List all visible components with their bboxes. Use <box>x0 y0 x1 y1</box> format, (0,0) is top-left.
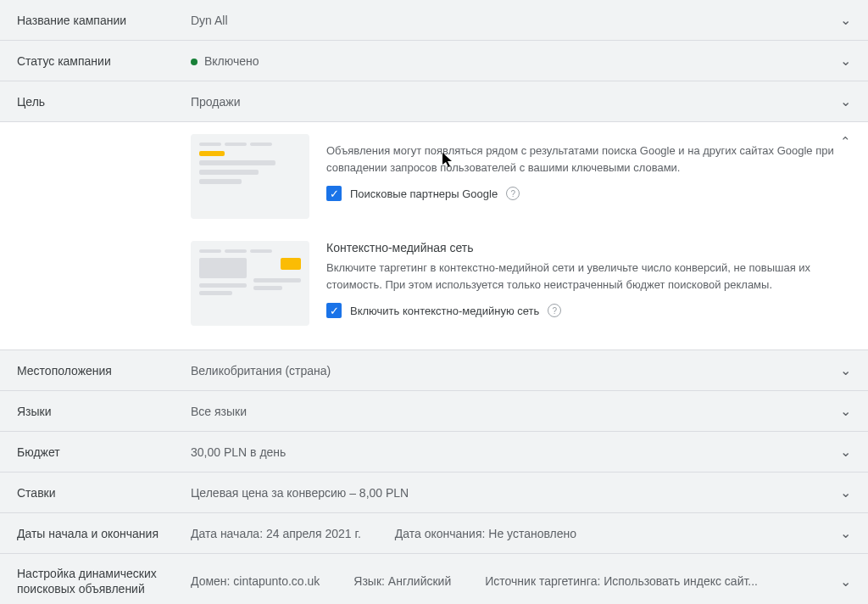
chevron-down-icon: ⌄ <box>840 444 851 460</box>
help-icon[interactable]: ? <box>548 304 561 317</box>
display-network-title: Контекстно-медийная сеть <box>326 241 851 254</box>
value-bidding: Целевая цена за конверсию – 8,00 PLN <box>191 486 840 500</box>
value-campaign-name: Dyn All <box>191 14 840 27</box>
value-locations: Великобритания (страна) <box>191 364 840 378</box>
checkbox-search-partners[interactable]: ✓ <box>326 186 342 201</box>
help-icon[interactable]: ? <box>506 187 520 200</box>
chevron-down-icon: ⌄ <box>840 484 851 501</box>
network-display-block: Контекстно-медийная сеть Включите таргет… <box>17 219 851 326</box>
value-dsa: Домен: cintapunto.co.uk Язык: Английский… <box>191 574 840 588</box>
row-campaign-name[interactable]: Название кампании Dyn All ⌄ <box>0 0 868 41</box>
row-locations[interactable]: Местоположения Великобритания (страна) ⌄ <box>0 350 868 391</box>
row-dsa-settings[interactable]: Настройка динамических поисковых объявле… <box>0 554 868 604</box>
label-campaign-name: Название кампании <box>17 14 191 27</box>
label-bidding: Ставки <box>17 486 191 500</box>
chevron-down-icon: ⌄ <box>840 573 851 590</box>
dsa-language: Язык: Английский <box>353 574 451 588</box>
chevron-down-icon: ⌄ <box>840 362 851 378</box>
row-budget[interactable]: Бюджет 30,00 PLN в день ⌄ <box>0 432 868 473</box>
label-goal: Цель <box>17 95 191 109</box>
value-budget: 30,00 PLN в день <box>191 445 840 459</box>
checkbox-display-network-label: Включить контекстно-медийную сеть <box>350 305 539 317</box>
label-languages: Языки <box>17 405 191 418</box>
label-budget: Бюджет <box>17 445 191 459</box>
checkbox-search-partners-label: Поисковые партнеры Google <box>350 187 498 200</box>
row-goal[interactable]: Цель Продажи ⌄ <box>0 81 868 122</box>
dsa-domain: Домен: cintapunto.co.uk <box>191 574 320 588</box>
row-dates[interactable]: Даты начала и окончания Дата начала: 24 … <box>0 513 868 554</box>
chevron-down-icon: ⌄ <box>840 403 851 419</box>
search-network-thumbnail <box>191 134 309 219</box>
section-networks: ⌃ Объявления могут появляться рядом с ре… <box>0 122 868 350</box>
value-campaign-status: Включено <box>191 54 840 68</box>
chevron-down-icon: ⌄ <box>840 525 851 541</box>
checkbox-display-network[interactable]: ✓ <box>326 303 342 318</box>
dsa-targeting-source: Источник таргетинга: Использовать индекс… <box>485 574 758 588</box>
value-goal: Продажи <box>191 95 840 109</box>
start-date: Дата начала: 24 апреля 2021 г. <box>191 527 361 540</box>
row-campaign-status[interactable]: Статус кампании Включено ⌄ <box>0 41 868 81</box>
label-locations: Местоположения <box>17 364 191 378</box>
chevron-up-icon[interactable]: ⌃ <box>840 134 851 149</box>
status-enabled-dot <box>191 59 198 65</box>
row-bidding[interactable]: Ставки Целевая цена за конверсию – 8,00 … <box>0 473 868 513</box>
chevron-down-icon: ⌄ <box>840 93 851 109</box>
display-network-thumbnail <box>191 241 309 326</box>
display-network-description: Включите таргетинг в контекстно-медийной… <box>326 260 851 293</box>
label-dates: Даты начала и окончания <box>17 527 191 540</box>
value-languages: Все языки <box>191 405 840 418</box>
value-dates: Дата начала: 24 апреля 2021 г. Дата окон… <box>191 527 840 540</box>
label-networks <box>17 134 191 139</box>
row-languages[interactable]: Языки Все языки ⌄ <box>0 391 868 432</box>
label-dsa: Настройка динамических поисковых объявле… <box>17 566 191 596</box>
end-date: Дата окончания: Не установлено <box>395 527 576 540</box>
search-network-title <box>326 134 851 137</box>
chevron-down-icon: ⌄ <box>840 12 851 28</box>
chevron-down-icon: ⌄ <box>840 53 851 69</box>
search-network-description: Объявления могут появляться рядом с резу… <box>326 143 851 176</box>
network-search-block: Объявления могут появляться рядом с резу… <box>17 122 851 219</box>
label-campaign-status: Статус кампании <box>17 54 191 68</box>
